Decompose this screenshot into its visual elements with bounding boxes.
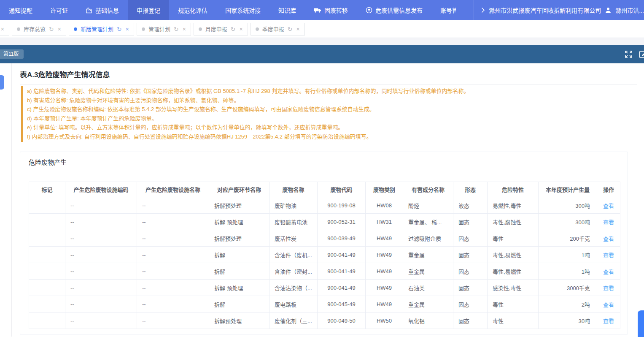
close-icon[interactable]: × <box>296 26 300 32</box>
cell-category: HW08 <box>366 197 403 214</box>
note-line: e) 计量单位: 填写吨。以升、立方米等体积计量的，应折算成重量吨；以个数作为计… <box>27 123 637 132</box>
refresh-icon[interactable]: ↻ <box>49 26 54 32</box>
nav-item-standard-assessment[interactable]: 规范化评估 <box>169 0 216 20</box>
tab-partial[interactable]: × <box>0 23 9 35</box>
tab-dot-icon <box>256 27 259 31</box>
toolbar-icons <box>625 45 644 63</box>
tab-management-plan[interactable]: 管理计划 ↻ × <box>137 23 191 35</box>
tab-new-management-plan[interactable]: 新版管理计划 ↻ × <box>69 23 134 35</box>
refresh-icon[interactable]: ↻ <box>117 26 122 32</box>
cell-mark <box>29 230 65 247</box>
cell-hazard: 毒性 <box>488 313 539 329</box>
nav-item-label: 许可证 <box>50 6 68 14</box>
nav-item-basic-info[interactable]: 基础信息 <box>77 0 128 20</box>
close-icon[interactable]: × <box>183 26 186 32</box>
cell-waste_code: 900-052-31 <box>318 214 366 230</box>
table-row: ----拆解预处理废活性炭900-039-49HW49过滤吸附介质固态毒性200… <box>29 230 620 247</box>
cell-category: HW49 <box>366 296 403 313</box>
waste-table: 标记 产生危险废物设施编码 产生危险废物设施名称 对应产废环节名称 废物名称 废… <box>29 182 620 329</box>
close-icon[interactable]: × <box>58 26 61 32</box>
cell-component: 氧化铝 <box>403 313 453 329</box>
chevron-right-icon <box>481 7 485 13</box>
cell-mark <box>29 197 65 214</box>
refresh-icon[interactable]: ↻ <box>174 26 179 32</box>
nav-item-label: 国家系统对接 <box>225 6 261 14</box>
view-link[interactable]: 查看 <box>603 219 614 226</box>
cell-action: 查看 <box>597 313 620 329</box>
view-link[interactable]: 查看 <box>603 285 614 291</box>
close-icon[interactable]: × <box>1 26 4 32</box>
cell-mark <box>29 296 65 313</box>
cell-hazard: 毒性,易燃性 <box>488 247 539 263</box>
main-content: 表A.3危险废物产生情况信息 a) 危险废物名称、类别、代码和危险特性: 依据《… <box>0 63 644 337</box>
view-link[interactable]: 查看 <box>603 302 614 308</box>
view-link[interactable]: 查看 <box>603 269 614 275</box>
cell-mark <box>29 247 65 263</box>
cell-component: 重金属、 稀... <box>403 214 453 230</box>
nav-item-label: 申报登记 <box>137 6 160 14</box>
left-drawer-handle[interactable] <box>0 75 4 90</box>
cell-facility_name: -- <box>137 280 209 296</box>
cell-action: 查看 <box>597 296 620 313</box>
view-link[interactable]: 查看 <box>603 252 614 258</box>
user-name[interactable]: 滁州市洪... <box>615 6 644 14</box>
section-title: 危险废物产生 <box>20 152 628 173</box>
cell-action: 查看 <box>597 263 620 280</box>
close-icon[interactable]: × <box>126 26 129 32</box>
cell-hazard: 毒性,腐蚀性 <box>488 214 539 230</box>
cell-amount: 200千克 <box>539 230 597 247</box>
col-header-mark: 标记 <box>29 182 65 197</box>
nav-item-label: 危废供需信息发布 <box>375 6 423 14</box>
cell-form: 固态 <box>453 247 488 263</box>
tab-quarterly-declaration[interactable]: 季度申报 ↻ × <box>251 23 305 35</box>
col-header-category: 废物类别 <box>366 182 403 197</box>
cell-facility_code: -- <box>65 296 137 313</box>
refresh-icon[interactable]: ↻ <box>231 26 236 32</box>
cell-stage: 拆解 预处理 <box>209 214 269 230</box>
cell-facility_name: -- <box>137 263 209 280</box>
cell-amount: 3000千克 <box>539 280 597 296</box>
tab-label: 月度申报 <box>205 25 227 33</box>
cell-category: HW31 <box>366 214 403 230</box>
fullscreen-icon[interactable] <box>625 50 633 58</box>
cell-action: 查看 <box>597 214 620 230</box>
edit-icon[interactable] <box>639 50 644 58</box>
cell-component: 石油类 <box>403 280 453 296</box>
nav-item-notifications[interactable]: 通知提醒 <box>0 0 41 20</box>
cell-waste_code: 900-041-49 <box>318 263 366 280</box>
cell-category: HW50 <box>366 313 403 329</box>
table-row: ----拆解含油件（废机...900-041-49HW49重金属固态毒性,易燃性… <box>29 247 620 263</box>
view-link[interactable]: 查看 <box>603 318 614 324</box>
cell-action: 查看 <box>597 247 620 263</box>
cell-waste_name: 废催化剂（三... <box>269 313 318 329</box>
truck-icon <box>314 7 321 13</box>
nav-item-hazwaste-supply-demand[interactable]: 危废供需信息发布 <box>357 0 431 20</box>
close-icon[interactable]: × <box>240 26 243 32</box>
publish-icon <box>366 7 372 14</box>
refresh-icon[interactable]: ↻ <box>288 26 293 32</box>
cell-waste_code: 900-199-08 <box>318 197 366 214</box>
table-row: ----拆解预处理废矿物油900-199-08HW08酚烃液态易燃性,毒性300… <box>29 197 620 214</box>
cell-waste_name: 废活性炭 <box>269 230 318 247</box>
cell-category: HW49 <box>366 230 403 247</box>
view-link[interactable]: 查看 <box>603 203 614 209</box>
tab-label: 管理计划 <box>148 25 170 33</box>
nav-item-solid-waste-transfer[interactable]: 固废转移 <box>305 0 357 20</box>
company-name[interactable]: 滁州市洪武报废汽车回收拆解利用有限公司 <box>489 6 601 14</box>
nav-item-label: 固废转移 <box>324 6 348 14</box>
nav-item-account[interactable]: 账号管理 <box>431 0 456 20</box>
side-service-widget[interactable]: 联系客服 <box>638 310 644 337</box>
tab-monthly-declaration[interactable]: 月度申报 ↻ × <box>194 23 248 35</box>
cell-stage: 拆解预处理 <box>209 313 269 329</box>
view-link[interactable]: 查看 <box>603 236 614 242</box>
nav-item-knowledge-base[interactable]: 知识库 <box>269 0 305 20</box>
col-header-form: 形态 <box>453 182 488 197</box>
col-header-waste-name: 废物名称 <box>269 182 318 197</box>
cell-stage: 拆解预处理 <box>209 197 269 214</box>
cell-category: HW49 <box>366 247 403 263</box>
tab-inventory-overview[interactable]: 库存总览 ↻ × <box>12 23 66 35</box>
nav-item-declaration[interactable]: 申报登记 <box>128 0 169 20</box>
cell-facility_code: -- <box>65 197 137 214</box>
nav-item-license[interactable]: 许可证 <box>41 0 77 20</box>
nav-item-national-system[interactable]: 国家系统对接 <box>216 0 269 20</box>
